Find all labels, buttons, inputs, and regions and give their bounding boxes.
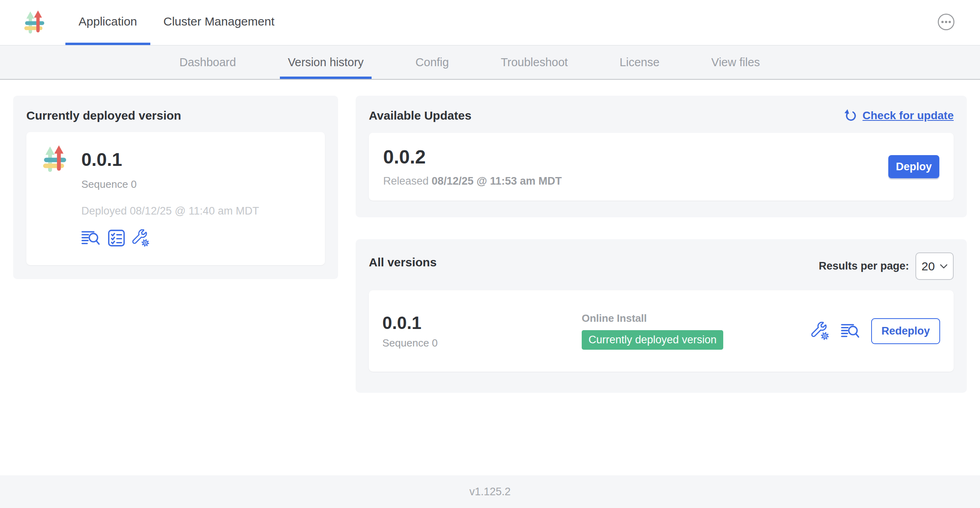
subnav-tab-troubleshoot-label: Troubleshoot	[501, 56, 568, 69]
subnav-tab-config-label: Config	[415, 56, 449, 69]
subnav-tab-troubleshoot[interactable]: Troubleshoot	[501, 45, 568, 79]
edit-config-wrench-icon	[811, 322, 830, 340]
currently-deployed-badge: Currently deployed version	[582, 330, 723, 350]
version-row: 0.0.1 Sequence 0 Online Install Currentl…	[369, 290, 954, 372]
subnav-tab-version-history[interactable]: Version history	[288, 45, 364, 79]
redeploy-button[interactable]: Redeploy	[871, 318, 940, 344]
edit-config-button[interactable]	[811, 322, 830, 340]
row-install-type: Online Install	[582, 312, 811, 325]
subnav-tab-version-history-label: Version history	[288, 56, 364, 69]
subnav-tab-dashboard[interactable]: Dashboard	[179, 45, 236, 79]
subnav-tab-license[interactable]: License	[620, 45, 659, 79]
chevron-down-icon	[940, 264, 948, 269]
subnav-tab-dashboard-label: Dashboard	[179, 56, 236, 69]
ellipsis-menu-icon	[937, 13, 955, 31]
header-tabs: Application Cluster Management	[65, 0, 287, 45]
deployed-timestamp: Deployed 08/12/25 @ 11:40 am MDT	[81, 205, 259, 217]
deploy-button[interactable]: Deploy	[888, 155, 939, 178]
results-per-page-value: 20	[921, 260, 935, 273]
released-date: 08/12/25 @ 11:53 am MDT	[432, 175, 562, 187]
results-per-page: Results per page: 20	[819, 252, 954, 280]
results-per-page-select[interactable]: 20	[915, 252, 954, 280]
deployed-version-number: 0.0.1	[81, 145, 259, 174]
all-versions-title: All versions	[369, 252, 437, 269]
console-version: v1.125.2	[469, 486, 511, 498]
update-version-number: 0.0.2	[383, 146, 562, 168]
check-for-update-link[interactable]: Check for update	[844, 109, 954, 122]
results-per-page-label: Results per page:	[819, 260, 909, 272]
update-released-line: Released 08/12/25 @ 11:53 am MDT	[383, 175, 562, 187]
preflight-checks-button[interactable]	[108, 229, 125, 247]
subnav-tab-config[interactable]: Config	[415, 45, 449, 79]
edit-config-wrench-icon	[132, 229, 150, 247]
currently-deployed-version-card: 0.0.1 Sequence 0 Deployed 08/12/25 @ 11:…	[26, 132, 325, 265]
row-sequence: Sequence 0	[382, 337, 582, 349]
preflight-checklist-icon	[108, 229, 125, 247]
deployed-actions	[81, 229, 259, 247]
app-header: Application Cluster Management	[0, 0, 980, 45]
row-actions: Redeploy	[811, 318, 940, 344]
release-notes-icon	[841, 322, 860, 340]
release-notes-icon	[81, 229, 100, 247]
header-tab-cluster-management[interactable]: Cluster Management	[150, 0, 287, 45]
header-tab-application-label: Application	[79, 15, 137, 28]
currently-deployed-card: Currently deployed version 0.0.1 Sequenc…	[13, 96, 338, 279]
available-updates-title: Available Updates	[369, 109, 471, 122]
all-versions-card: All versions Results per page: 20 0.0.1 …	[356, 239, 967, 393]
app-logo-icon	[22, 10, 47, 35]
release-notes-button[interactable]	[841, 322, 860, 340]
refresh-icon	[844, 109, 858, 122]
currently-deployed-title: Currently deployed version	[26, 109, 325, 122]
app-footer: v1.125.2	[0, 475, 980, 508]
available-update-row: 0.0.2 Released 08/12/25 @ 11:53 am MDT D…	[369, 133, 954, 201]
app-logo	[22, 0, 48, 45]
header-tab-cluster-management-label: Cluster Management	[163, 15, 274, 28]
subnav-tab-view-files[interactable]: View files	[711, 45, 760, 79]
deployed-sequence: Sequence 0	[81, 178, 259, 191]
release-notes-button[interactable]	[81, 229, 100, 247]
subnav-tab-view-files-label: View files	[711, 56, 760, 69]
header-tab-application[interactable]: Application	[65, 0, 150, 45]
released-prefix: Released	[383, 175, 432, 187]
app-logo-icon	[40, 145, 69, 174]
check-for-update-label: Check for update	[862, 109, 954, 122]
app-logo	[40, 145, 69, 252]
app-subnav: Dashboard Version history Config Trouble…	[0, 45, 980, 80]
subnav-tab-license-label: License	[620, 56, 659, 69]
available-updates-card: Available Updates Check for update 0.0.2…	[356, 96, 967, 217]
ellipsis-menu-button[interactable]	[937, 13, 955, 31]
edit-config-button[interactable]	[132, 229, 150, 247]
row-version-number: 0.0.1	[382, 313, 582, 333]
